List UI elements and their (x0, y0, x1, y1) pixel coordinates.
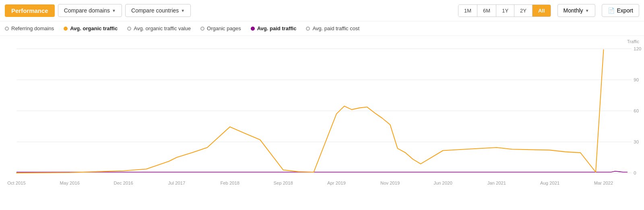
svg-text:Apr 2019: Apr 2019 (327, 181, 346, 185)
monthly-label: Monthly (564, 7, 583, 14)
svg-text:0: 0 (634, 170, 636, 175)
legend: Referring domains Avg. organic traffic A… (0, 21, 644, 36)
export-button[interactable]: 📄 Export (602, 4, 639, 17)
performance-button[interactable]: Performance (5, 4, 55, 17)
time-all-button[interactable]: All (533, 5, 551, 17)
legend-avg-paid-traffic[interactable]: Avg. paid traffic (251, 25, 297, 31)
legend-avg-organic-traffic-value[interactable]: Avg. organic traffic value (127, 25, 191, 31)
svg-text:Oct 2015: Oct 2015 (7, 181, 26, 185)
compare-domains-arrow-icon: ▼ (112, 8, 116, 13)
time-range-group: 1M 6M 1Y 2Y All (458, 4, 551, 17)
legend-avg-organic-traffic[interactable]: Avg. organic traffic (64, 25, 118, 31)
svg-text:Nov 2019: Nov 2019 (380, 181, 400, 185)
avg-paid-traffic-cost-label: Avg. paid traffic cost (312, 25, 359, 31)
compare-countries-label: Compare countries (131, 7, 179, 14)
export-label: Export (617, 7, 633, 14)
avg-paid-traffic-cost-dot (306, 27, 310, 31)
organic-pages-dot (200, 27, 204, 31)
avg-paid-traffic-dot (251, 27, 255, 31)
svg-text:120: 120 (634, 46, 641, 51)
avg-organic-traffic-value-dot (127, 27, 131, 31)
avg-organic-traffic-dot (64, 27, 68, 31)
legend-referring-domains[interactable]: Referring domains (5, 25, 54, 31)
referring-domains-dot (5, 27, 9, 31)
organic-pages-label: Organic pages (207, 25, 241, 31)
avg-paid-traffic-label: Avg. paid traffic (257, 25, 297, 31)
svg-text:90: 90 (634, 77, 639, 82)
svg-text:May 2016: May 2016 (60, 181, 80, 185)
svg-text:30: 30 (634, 139, 639, 144)
svg-text:Jan 2021: Jan 2021 (487, 181, 506, 185)
toolbar: Performance Compare domains ▼ Compare co… (0, 0, 644, 21)
avg-organic-traffic-label: Avg. organic traffic (70, 25, 118, 31)
chart-area: Traffic 120 90 60 30 0 Oct 2015 May 2016… (0, 36, 644, 191)
monthly-button[interactable]: Monthly ▼ (557, 4, 595, 17)
compare-domains-button[interactable]: Compare domains ▼ (58, 4, 122, 17)
legend-organic-pages[interactable]: Organic pages (200, 25, 241, 31)
svg-text:Mar 2022: Mar 2022 (594, 181, 613, 185)
svg-text:Sep 2018: Sep 2018 (273, 181, 293, 185)
svg-text:Dec 2016: Dec 2016 (114, 181, 133, 185)
legend-avg-paid-traffic-cost[interactable]: Avg. paid traffic cost (306, 25, 359, 31)
compare-domains-label: Compare domains (64, 7, 110, 14)
avg-organic-traffic-value-label: Avg. organic traffic value (134, 25, 191, 31)
svg-text:Feb 2018: Feb 2018 (220, 181, 239, 185)
svg-text:Aug 2021: Aug 2021 (540, 181, 559, 185)
time-1y-button[interactable]: 1Y (496, 5, 514, 17)
export-doc-icon: 📄 (608, 7, 615, 14)
compare-countries-button[interactable]: Compare countries ▼ (125, 4, 191, 17)
svg-text:Jun 2020: Jun 2020 (433, 181, 452, 185)
svg-text:60: 60 (634, 108, 639, 113)
chart-svg: 120 90 60 30 0 Oct 2015 May 2016 Dec 201… (0, 36, 644, 191)
time-6m-button[interactable]: 6M (477, 5, 496, 17)
svg-text:Jul 2017: Jul 2017 (168, 181, 186, 185)
monthly-arrow-icon: ▼ (585, 8, 589, 13)
y-axis-label: Traffic (627, 39, 639, 44)
time-2y-button[interactable]: 2Y (514, 5, 533, 17)
referring-domains-label: Referring domains (11, 25, 54, 31)
compare-countries-arrow-icon: ▼ (181, 8, 185, 13)
time-1m-button[interactable]: 1M (458, 5, 477, 17)
